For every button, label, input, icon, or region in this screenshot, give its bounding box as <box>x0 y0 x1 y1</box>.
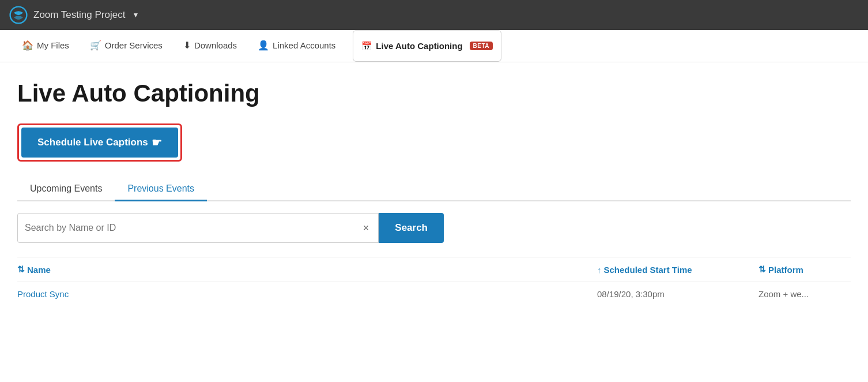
events-tabs: Upcoming Events Previous Events <box>17 178 851 201</box>
page-title: Live Auto Captioning <box>17 80 851 107</box>
nav-downloads-label: Downloads <box>194 40 237 50</box>
schedule-live-captions-button[interactable]: Schedule Live Captions ☛ <box>21 128 178 158</box>
table-row: Product Sync 08/19/20, 3:30pm Zoom + we.… <box>17 282 851 306</box>
nav-order-services-label: Order Services <box>105 40 163 50</box>
platform-sort-icon: ⇅ <box>758 264 766 275</box>
time-sort-icon: ↑ <box>597 265 602 275</box>
nav-live-auto-captioning[interactable]: 📅 Live Auto Captioning BETA <box>353 30 501 62</box>
nav-linked-accounts[interactable]: 👤 Linked Accounts <box>247 30 346 62</box>
calendar-icon: 📅 <box>361 41 372 51</box>
beta-badge: BETA <box>470 42 493 50</box>
name-sort-icon: ⇅ <box>17 264 25 275</box>
column-platform[interactable]: ⇅ Platform <box>758 264 851 275</box>
download-icon: ⬇ <box>183 40 191 51</box>
search-button[interactable]: Search <box>379 213 444 243</box>
nav-downloads[interactable]: ⬇ Downloads <box>173 30 247 62</box>
platform-column-label: Platform <box>768 265 803 275</box>
schedule-btn-highlight: Schedule Live Captions ☛ <box>17 123 182 162</box>
column-name[interactable]: ⇅ Name <box>17 264 597 275</box>
top-bar: Zoom Testing Project ▼ <box>0 0 868 30</box>
tab-upcoming-events[interactable]: Upcoming Events <box>17 178 115 201</box>
pointer-cursor-icon: ☛ <box>152 136 162 149</box>
nav-my-files-label: My Files <box>37 40 69 50</box>
nav-my-files[interactable]: 🏠 My Files <box>12 30 80 62</box>
user-icon: 👤 <box>258 40 269 51</box>
nav-order-services[interactable]: 🛒 Order Services <box>80 30 173 62</box>
name-column-label: Name <box>27 265 51 275</box>
time-column-label: Scheduled Start Time <box>604 265 692 275</box>
schedule-btn-label: Schedule Live Captions <box>37 137 148 148</box>
row-platform: Zoom + we... <box>758 289 851 299</box>
project-dropdown-icon[interactable]: ▼ <box>132 11 139 19</box>
search-clear-button[interactable]: × <box>361 222 372 234</box>
main-content: Live Auto Captioning Schedule Live Capti… <box>0 62 868 382</box>
nav-linked-accounts-label: Linked Accounts <box>273 40 335 50</box>
nav-live-auto-captioning-label: Live Auto Captioning <box>376 41 462 51</box>
column-scheduled-start-time[interactable]: ↑ Scheduled Start Time <box>597 264 758 275</box>
cart-icon: 🛒 <box>90 40 101 51</box>
row-scheduled-start-time: 08/19/20, 3:30pm <box>597 289 758 299</box>
row-name[interactable]: Product Sync <box>17 289 597 299</box>
search-row: × Search <box>17 213 444 243</box>
search-input[interactable] <box>25 223 361 233</box>
search-input-wrapper: × <box>17 213 379 243</box>
nav-bar: 🏠 My Files 🛒 Order Services ⬇ Downloads … <box>0 30 868 62</box>
project-title: Zoom Testing Project <box>33 9 125 21</box>
tab-previous-events[interactable]: Previous Events <box>115 178 207 201</box>
app-logo <box>9 6 28 24</box>
home-icon: 🏠 <box>22 40 33 51</box>
table-header: ⇅ Name ↑ Scheduled Start Time ⇅ Platform <box>17 257 851 282</box>
